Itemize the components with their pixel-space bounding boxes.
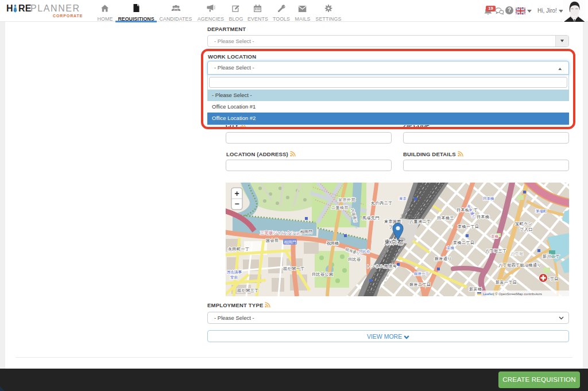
svg-text:霞が関三丁: 霞が関三丁 [237, 288, 259, 293]
svg-text:銀座通り: 銀座通り [435, 256, 452, 261]
svg-text:トンネル用信号: トンネル用信号 [366, 264, 397, 269]
svg-text:日比谷: 日比谷 [359, 249, 370, 254]
svg-text:八丁堀三丁: 八丁堀三丁 [485, 249, 507, 253]
svg-text:日比谷公園: 日比谷公園 [312, 272, 334, 277]
svg-text:銀座一丁: 銀座一丁 [414, 272, 430, 276]
svg-text:八丁堀四丁観冶橋通り: 八丁堀四丁観冶橋通り [498, 262, 541, 268]
svg-text:国会前: 国会前 [266, 238, 279, 243]
svg-text:日本橋: 日本橋 [483, 196, 494, 200]
svg-text:東京: 東京 [399, 196, 407, 200]
svg-text:桜田門: 桜田門 [300, 230, 312, 234]
svg-text:Leaflet: Leaflet [483, 292, 493, 296]
svg-text:永田町一丁: 永田町一丁 [228, 247, 250, 251]
svg-text:新富橋: 新富橋 [469, 287, 482, 291]
svg-text:霞が関一丁: 霞が関一丁 [283, 266, 305, 271]
svg-text:日本橋三丁: 日本橋三丁 [457, 208, 478, 212]
svg-text:祝田橋: 祝田橋 [327, 241, 339, 246]
svg-text:新富一丁目: 新富一丁目 [496, 280, 517, 285]
svg-text:八丁堀: 八丁堀 [510, 251, 524, 256]
svg-text:茅場町: 茅場町 [535, 209, 547, 214]
svg-text:+: + [234, 189, 239, 198]
svg-text:−: − [234, 199, 239, 208]
svg-text:宝町ラン: 宝町ラン [515, 222, 532, 226]
svg-text:京橋: 京橋 [491, 234, 499, 238]
svg-text:日比谷: 日比谷 [348, 257, 361, 262]
svg-text:八重洲二丁: 八重洲二丁 [409, 219, 431, 224]
svg-text:日本橋: 日本橋 [477, 215, 490, 219]
svg-text:新川二丁: 新川二丁 [543, 254, 560, 258]
svg-text:京橋: 京橋 [447, 246, 455, 250]
svg-text:プ入口: プ入口 [520, 227, 533, 232]
svg-text:銀座二丁目: 銀座二丁目 [409, 282, 431, 287]
svg-text:京橋二丁目: 京橋二丁目 [453, 241, 475, 245]
svg-text:三宅坂ジャンクション: 三宅坂ジャンクション [260, 230, 304, 235]
svg-text:国会議事: 国会議事 [227, 270, 242, 274]
svg-text:馬場先門: 馬場先門 [362, 216, 380, 220]
svg-text:桜田門: 桜田門 [284, 240, 296, 245]
svg-text:皇居外苑: 皇居外苑 [338, 198, 355, 202]
svg-text:京橋一丁目: 京橋一丁目 [458, 224, 479, 229]
svg-text:丸の内二丁: 丸の内二丁 [371, 201, 393, 205]
svg-text:丸の内: 丸の内 [400, 214, 421, 219]
svg-text:堂前: 堂前 [230, 275, 238, 280]
svg-text:| © OpenStreetMap contributors: | © OpenStreetMap contributors [493, 292, 542, 296]
svg-text:二重橋前: 二重橋前 [331, 206, 349, 210]
svg-text:日本橋三: 日本橋三 [437, 216, 454, 220]
